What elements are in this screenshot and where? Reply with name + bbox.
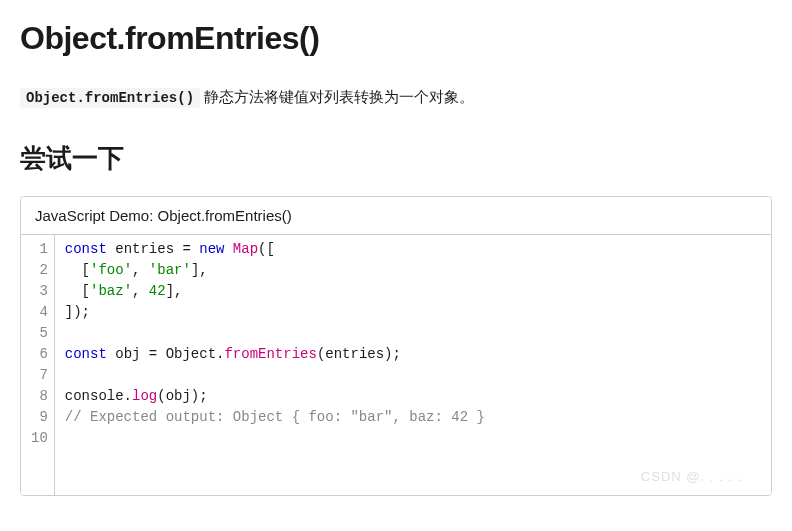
line-number: 4 — [31, 302, 48, 323]
watermark: CSDN @. . . . . — [641, 469, 742, 484]
code-line[interactable]: const obj = Object.fromEntries(entries); — [65, 344, 761, 365]
intro-text: 静态方法将键值对列表转换为一个对象。 — [200, 88, 474, 105]
code-line[interactable] — [65, 428, 761, 449]
code-line[interactable]: console.log(obj); — [65, 386, 761, 407]
code-content[interactable]: const entries = new Map([ ['foo', 'bar']… — [55, 235, 771, 495]
line-number: 1 — [31, 239, 48, 260]
code-line[interactable]: ]); — [65, 302, 761, 323]
intro-paragraph: Object.fromEntries() 静态方法将键值对列表转换为一个对象。 — [20, 85, 772, 109]
demo-container: JavaScript Demo: Object.fromEntries() 12… — [20, 196, 772, 496]
code-editor[interactable]: 12345678910 const entries = new Map([ ['… — [21, 235, 771, 495]
intro-code: Object.fromEntries() — [20, 88, 200, 108]
demo-header: JavaScript Demo: Object.fromEntries() — [21, 197, 771, 235]
line-number: 6 — [31, 344, 48, 365]
page-title: Object.fromEntries() — [20, 20, 772, 57]
code-line[interactable]: ['foo', 'bar'], — [65, 260, 761, 281]
line-number: 8 — [31, 386, 48, 407]
code-line[interactable] — [65, 365, 761, 386]
line-number: 10 — [31, 428, 48, 449]
line-number: 9 — [31, 407, 48, 428]
tryit-heading: 尝试一下 — [20, 141, 772, 176]
line-gutter: 12345678910 — [21, 235, 55, 495]
code-line[interactable]: ['baz', 42], — [65, 281, 761, 302]
code-line[interactable] — [65, 323, 761, 344]
line-number: 2 — [31, 260, 48, 281]
line-number: 3 — [31, 281, 48, 302]
line-number: 5 — [31, 323, 48, 344]
code-line[interactable]: const entries = new Map([ — [65, 239, 761, 260]
line-number: 7 — [31, 365, 48, 386]
code-line[interactable]: // Expected output: Object { foo: "bar",… — [65, 407, 761, 428]
